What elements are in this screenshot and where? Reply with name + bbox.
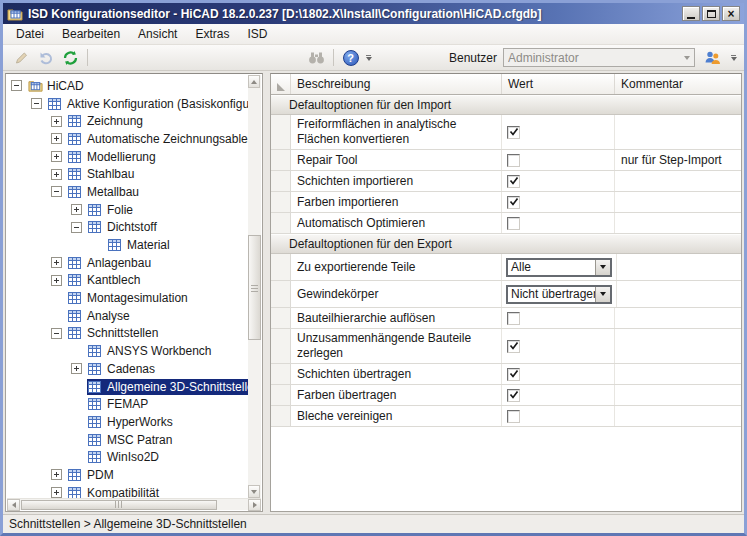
menu-extras[interactable]: Extras xyxy=(186,24,238,44)
checkbox[interactable] xyxy=(507,217,520,230)
tree-node[interactable]: Allgemeine 3D-Schnittstellen xyxy=(87,379,248,395)
setting-label[interactable]: Automatisch Optimieren xyxy=(291,213,502,233)
tree-node[interactable]: PDM xyxy=(67,467,117,483)
scrollbar-thumb[interactable] xyxy=(248,235,261,340)
checkbox[interactable] xyxy=(507,410,520,423)
tree-item[interactable]: FEMAP xyxy=(7,395,248,413)
tree-item[interactable]: Schnittstellen xyxy=(7,325,248,343)
tree-node[interactable]: WinIso2D xyxy=(87,449,162,465)
tree-item[interactable]: Stahlbau xyxy=(7,165,248,183)
checkbox[interactable] xyxy=(507,126,520,139)
checkbox[interactable] xyxy=(507,389,520,402)
tree-node[interactable]: Anlagenbau xyxy=(67,255,154,271)
menu-datei[interactable]: Datei xyxy=(7,24,53,44)
expand-plus-icon[interactable] xyxy=(51,133,62,144)
collapse-minus-icon[interactable] xyxy=(71,222,82,233)
tree-item[interactable]: Allgemeine 3D-Schnittstellen xyxy=(7,378,248,396)
tree-vertical-scrollbar[interactable] xyxy=(248,75,261,498)
tree-node[interactable]: MSC Patran xyxy=(87,432,175,448)
tree-node[interactable]: HyperWorks xyxy=(87,414,176,430)
refresh-button[interactable] xyxy=(58,47,83,69)
tree-node[interactable]: Kantblech xyxy=(67,272,143,288)
setting-label[interactable]: Zu exportierende Teile xyxy=(291,254,502,280)
edit-pencil-button[interactable] xyxy=(8,47,33,69)
setting-label[interactable]: Gewindekörper xyxy=(291,281,502,307)
tree-node[interactable]: Stahlbau xyxy=(67,166,137,182)
expand-plus-icon[interactable] xyxy=(51,257,62,268)
setting-label[interactable]: Freiformflächen in analytische Flächen k… xyxy=(291,115,502,149)
tree-item[interactable]: Metallbau xyxy=(7,183,248,201)
dropdown-button[interactable] xyxy=(595,260,610,275)
tree-node[interactable]: Modellierung xyxy=(67,149,159,165)
expand-plus-icon[interactable] xyxy=(71,363,82,374)
tree-item[interactable]: HiCAD xyxy=(7,77,248,95)
tree-item[interactable]: Kantblech xyxy=(7,272,248,290)
setting-label[interactable]: Schichten übertragen xyxy=(291,364,502,384)
tree-node[interactable]: ANSYS Workbench xyxy=(87,343,215,359)
tree-node[interactable]: Automatische Zeichnungsableitung xyxy=(67,131,248,147)
scroll-right-button[interactable] xyxy=(248,499,261,511)
setting-label[interactable]: Farben übertragen xyxy=(291,385,502,405)
tree-node[interactable]: Zeichnung xyxy=(67,113,146,129)
tree-item[interactable]: Zeichnung xyxy=(7,112,248,130)
expand-plus-icon[interactable] xyxy=(51,275,62,286)
menu-bearbeiten[interactable]: Bearbeiten xyxy=(53,24,129,44)
expand-plus-icon[interactable] xyxy=(51,487,62,498)
close-button[interactable]: × xyxy=(722,6,740,21)
tree-item[interactable]: MSC Patran xyxy=(7,431,248,449)
tree-node[interactable]: Montagesimulation xyxy=(67,290,191,306)
tree-node[interactable]: Metallbau xyxy=(67,184,142,200)
help-button[interactable]: ? xyxy=(338,47,363,69)
search-button[interactable] xyxy=(304,47,329,69)
collapse-minus-icon[interactable] xyxy=(51,328,62,339)
tree-item[interactable]: Kompatibilität xyxy=(7,484,248,498)
collapse-minus-icon[interactable] xyxy=(31,98,42,109)
checkbox[interactable] xyxy=(507,175,520,188)
tree-item[interactable]: Montagesimulation xyxy=(7,289,248,307)
tree-node[interactable]: Folie xyxy=(87,202,136,218)
toolbar-overflow-button[interactable] xyxy=(363,48,374,68)
tree-node[interactable]: Analyse xyxy=(67,308,133,324)
tree-node[interactable]: Material xyxy=(107,237,173,253)
setting-label[interactable]: Bleche vereinigen xyxy=(291,406,502,426)
tree-node[interactable]: Schnittstellen xyxy=(67,325,161,341)
tree-node[interactable]: Cadenas xyxy=(87,361,158,377)
checkbox[interactable] xyxy=(507,368,520,381)
undo-button[interactable] xyxy=(33,47,58,69)
scroll-down-button[interactable] xyxy=(248,485,260,498)
menu-ansicht[interactable]: Ansicht xyxy=(129,24,186,44)
collapse-minus-icon[interactable] xyxy=(51,186,62,197)
collapse-minus-icon[interactable] xyxy=(11,80,22,91)
checkbox[interactable] xyxy=(507,312,520,325)
setting-label[interactable]: Bauteilhierarchie auflösen xyxy=(291,308,502,328)
tree-horizontal-scrollbar[interactable] xyxy=(7,498,261,510)
expand-plus-icon[interactable] xyxy=(51,116,62,127)
tree-item[interactable]: WinIso2D xyxy=(7,448,248,466)
tree-item[interactable]: ANSYS Workbench xyxy=(7,342,248,360)
setting-label[interactable]: Unzusammenhängende Bauteile zerlegen xyxy=(291,329,502,363)
tree-item[interactable]: Analyse xyxy=(7,307,248,325)
dropdown[interactable]: Nicht übertragen xyxy=(506,285,612,304)
tree-node[interactable]: Aktive Konfiguration (Basiskonfiguration xyxy=(47,96,248,112)
user-management-button[interactable] xyxy=(700,47,725,69)
expand-plus-icon[interactable] xyxy=(51,469,62,480)
minimize-button[interactable] xyxy=(682,6,700,21)
tree-item[interactable]: Anlagenbau xyxy=(7,254,248,272)
tree-item[interactable]: Automatische Zeichnungsableitung xyxy=(7,130,248,148)
tree-item[interactable]: Cadenas xyxy=(7,360,248,378)
menu-isd[interactable]: ISD xyxy=(238,24,276,44)
tree-item[interactable]: Modellierung xyxy=(7,148,248,166)
expand-plus-icon[interactable] xyxy=(71,204,82,215)
benutzer-dropdown[interactable]: Administrator xyxy=(503,48,695,67)
dropdown-button[interactable] xyxy=(595,287,610,302)
tree-node[interactable]: FEMAP xyxy=(87,396,151,412)
scroll-up-button[interactable] xyxy=(248,75,260,88)
setting-label[interactable]: Repair Tool xyxy=(291,150,502,170)
tree-item[interactable]: Folie xyxy=(7,201,248,219)
toolbar-overflow-button[interactable] xyxy=(728,48,739,68)
tree-item[interactable]: Aktive Konfiguration (Basiskonfiguration xyxy=(7,95,248,113)
scroll-left-button[interactable] xyxy=(7,499,20,511)
tree-item[interactable]: HyperWorks xyxy=(7,413,248,431)
checkbox[interactable] xyxy=(507,154,520,167)
tree-item[interactable]: PDM xyxy=(7,466,248,484)
